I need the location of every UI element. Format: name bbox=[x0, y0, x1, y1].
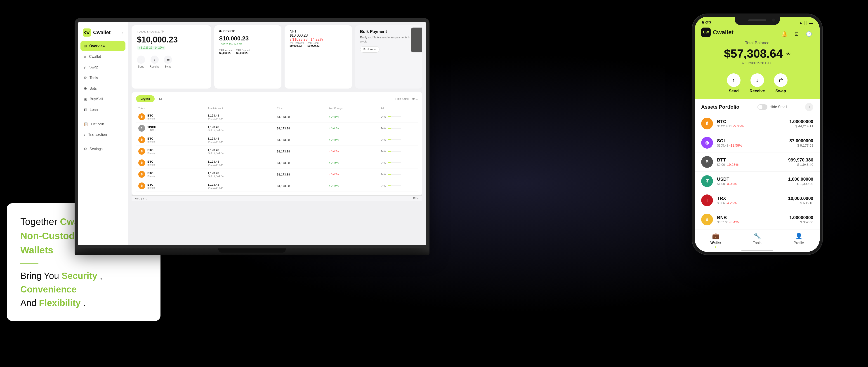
sol-coin-icon: ◎ bbox=[701, 137, 713, 148]
laptop-container: CW Cwallet › ⊞ Overview ◈ Cwallet ⇄ bbox=[74, 18, 447, 255]
phone-send-label: Send bbox=[729, 89, 739, 94]
phone-actions: ↑ Send ↓ Receive ⇄ Swap bbox=[701, 70, 813, 94]
sol-price: $105.49 bbox=[717, 144, 728, 147]
crypto-card: CRYPTO $10,000.23 ↑ $1023.23 · 14.22% 24… bbox=[214, 25, 281, 89]
nft-amount: $10,000.23 bbox=[289, 33, 347, 37]
sidebar-item-settings[interactable]: ⚙ Settings bbox=[81, 144, 125, 154]
tab-nft[interactable]: NFT bbox=[155, 95, 169, 102]
signal-icon: ||| bbox=[804, 21, 807, 25]
coin-row-btc: ₿ BTC $44219.11 -5.35% 1.00000000 $ 44,2… bbox=[695, 114, 819, 133]
usdt-coin-info: USDT $1.00 -0.08% bbox=[717, 177, 788, 186]
laptop-base bbox=[74, 248, 430, 255]
btt-coin-icon: B bbox=[701, 156, 713, 168]
trx-price: $0.06 bbox=[717, 201, 725, 205]
hide-small-button[interactable]: Hide Small bbox=[395, 97, 408, 100]
phone-notch bbox=[735, 17, 780, 25]
hide-balance-icon[interactable]: 👁 bbox=[786, 52, 790, 57]
table-header: Token Asset Amount Price 24H Change Ad bbox=[136, 105, 418, 111]
sidebar-item-bots[interactable]: ◉ Bots bbox=[81, 84, 125, 93]
tab-crypto[interactable]: Crypto bbox=[136, 95, 155, 102]
phone-logo-icon: CW bbox=[701, 28, 711, 37]
crypto-stat-income: 24H Income $9,000.23 bbox=[219, 49, 232, 55]
btc-usd: $ 44,219.11 bbox=[789, 124, 813, 128]
crypto-type-label: CRYPTO bbox=[223, 29, 235, 33]
laptop-screen: CW Cwallet › ⊞ Overview ◈ Cwallet ⇄ bbox=[74, 18, 430, 248]
balance-actions: ↑ Send ↓ Receive ⇄ Swap bbox=[137, 56, 206, 68]
sidebar-item-tools[interactable]: ⚙ Tools bbox=[81, 73, 125, 83]
tagline-security: Security bbox=[61, 271, 97, 281]
nft-type: NFT bbox=[289, 29, 347, 33]
trx-change: -4.26% bbox=[726, 201, 737, 205]
nav-profile[interactable]: 👤 Profile bbox=[778, 233, 819, 248]
receive-action[interactable]: ↓ Receive bbox=[150, 56, 159, 68]
sidebar-nav: ⊞ Overview ◈ Cwallet ⇄ Swap ⚙ Tools bbox=[78, 41, 128, 154]
front-camera bbox=[772, 19, 775, 22]
phone-balance-label: Total Balance bbox=[701, 41, 813, 45]
phone-header: CW Cwallet 🔔 ⊡ 🕐 Total Balance $57,308.6… bbox=[695, 28, 819, 99]
token-sub-btc1: Bitcoin bbox=[147, 117, 155, 120]
profile-nav-label: Profile bbox=[794, 241, 804, 245]
sidebar-item-loan[interactable]: ◧ Loan bbox=[81, 105, 125, 114]
scan-icon[interactable]: ⊡ bbox=[792, 30, 801, 39]
crypto-dot bbox=[219, 30, 221, 32]
wallet-nav-icon: 💼 bbox=[712, 233, 719, 240]
col-token: Token bbox=[138, 107, 208, 109]
wifi-icon: ▲ bbox=[799, 21, 803, 25]
more-options[interactable]: Ma... bbox=[412, 97, 418, 100]
sidebar-item-swap[interactable]: ⇄ Swap bbox=[81, 62, 125, 72]
tagline-bring: Bring You bbox=[20, 271, 61, 281]
nav-wallet[interactable]: 💼 Wallet bbox=[695, 233, 737, 248]
trx-amount: 10,000.0000 bbox=[788, 196, 813, 201]
sidebar-label-settings: Settings bbox=[90, 147, 103, 151]
nft-receive-val: $9,000.23 bbox=[289, 44, 304, 47]
token-info-btc1: ₿ BTCBitcoin bbox=[138, 113, 208, 120]
phone-send-action[interactable]: ↑ Send bbox=[727, 73, 741, 94]
wallet-active-dot bbox=[715, 246, 716, 248]
sidebar-item-transaction[interactable]: ↕ Transaction bbox=[81, 130, 125, 139]
phone-receive-label: Receive bbox=[749, 89, 765, 94]
btc-icon3: ₿ bbox=[138, 148, 145, 155]
history-icon[interactable]: 🕐 bbox=[804, 30, 813, 39]
col-amount: Asset Amount bbox=[208, 107, 277, 109]
sidebar-label-cwallet: Cwallet bbox=[89, 55, 101, 59]
toggle-switch[interactable] bbox=[757, 104, 767, 110]
token-table: Crypto NFT Hide Small Ma... Token Asset … bbox=[131, 92, 422, 195]
lang-selector[interactable]: EN ▾ bbox=[413, 197, 418, 200]
bnb-name: BNB bbox=[717, 215, 789, 220]
table-row: 1 1INCH1 INCH 1,123.43$4,212,344.34 $1,1… bbox=[136, 123, 418, 134]
add-asset-button[interactable]: + bbox=[805, 103, 813, 111]
btc-change: -5.35% bbox=[733, 124, 744, 128]
currency-selector[interactable]: USD | BTC bbox=[135, 197, 147, 200]
nav-tools[interactable]: 🔧 Tools bbox=[737, 233, 778, 248]
phone-container: 5:27 ▲ ||| ▬ CW Cwallet 🔔 ⊡ bbox=[692, 13, 823, 255]
crypto-amount: $10,000.23 bbox=[219, 35, 276, 42]
send-action[interactable]: ↑ Send bbox=[137, 56, 145, 68]
notification-icon[interactable]: 🔔 bbox=[780, 30, 789, 39]
swap-action[interactable]: ⇄ Swap bbox=[164, 56, 172, 68]
phone-btc-equivalent: ≈ 1.29601528 BTC bbox=[701, 61, 813, 65]
send-label: Send bbox=[138, 65, 144, 68]
settings-icon: ⚙ bbox=[84, 147, 87, 151]
explore-button[interactable]: Explore → bbox=[360, 46, 379, 53]
btc-coin-icon: ₿ bbox=[701, 118, 713, 129]
table-row: ₿ BTCBitcoin 1,123.43$4,212,344.34 $1,17… bbox=[136, 134, 418, 146]
phone-header-top: CW Cwallet 🔔 ⊡ 🕐 bbox=[701, 28, 813, 41]
tagline-flexibility: Flexibility bbox=[39, 298, 81, 308]
change-btc1: ↑ 0.45% bbox=[329, 115, 381, 118]
phone-swap-action[interactable]: ⇄ Swap bbox=[774, 73, 787, 94]
sidebar-item-listcoin[interactable]: 📋 List coin bbox=[81, 119, 125, 129]
sidebar-label-swap: Swap bbox=[89, 65, 98, 69]
sidebar-item-cwallet[interactable]: ◈ Cwallet bbox=[81, 52, 125, 61]
phone-receive-action[interactable]: ↓ Receive bbox=[749, 73, 765, 94]
sidebar-item-buysell[interactable]: ▣ Buy/Sell bbox=[81, 94, 125, 104]
hide-small-toggle[interactable]: Hide Small bbox=[757, 104, 787, 110]
sidebar-label-listcoin: List coin bbox=[91, 122, 104, 126]
nft-stat-send: 24H Send $9,000.23 bbox=[307, 41, 319, 47]
bnb-coin-icon: B bbox=[701, 214, 713, 225]
table-row: ₿ BTCBitcoin 1,123.43$4,212,344.34 $1,17… bbox=[136, 157, 418, 169]
send-icon: ↑ bbox=[137, 56, 145, 64]
sidebar-item-overview[interactable]: ⊞ Overview bbox=[81, 41, 125, 51]
trx-usd: $ 605.10 bbox=[788, 201, 813, 205]
cwallet-icon: ◈ bbox=[84, 55, 86, 59]
btc-right: 1.00000000 $ 44,219.11 bbox=[789, 119, 813, 128]
